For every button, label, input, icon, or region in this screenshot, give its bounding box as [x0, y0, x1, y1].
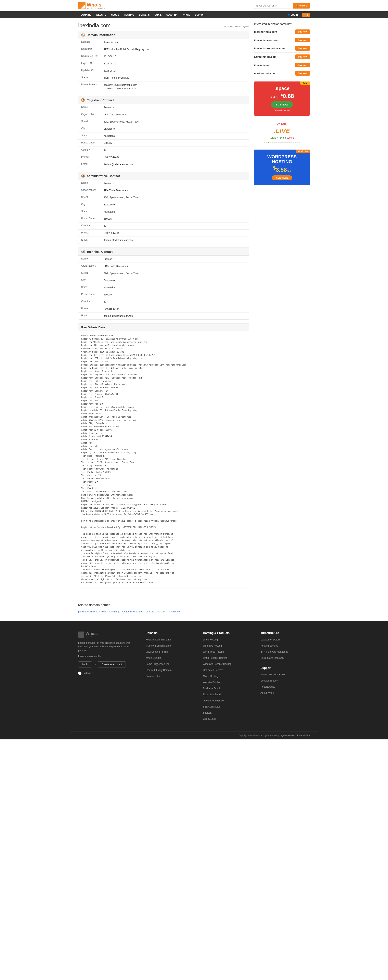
- buy-now-button[interactable]: Buy Now: [295, 29, 310, 34]
- footer-link[interactable]: Business Email: [203, 687, 252, 690]
- footer-link[interactable]: Linux Hosting: [203, 638, 252, 641]
- updated-timestamp: Updated 1 second ago ⟳: [224, 25, 249, 28]
- related-domain-link[interactable]: internic.net: [169, 610, 181, 613]
- similar-domain-row: ibexindianews.comBuy Now: [254, 36, 310, 44]
- promo-buy-button[interactable]: BUY NOW: [271, 102, 293, 108]
- footer-link[interactable]: Dedicated Servers: [203, 668, 252, 672]
- footer-link[interactable]: Linux Reseller Hosting: [203, 656, 252, 660]
- social-icon[interactable]: [78, 671, 81, 675]
- nav-item-hosting[interactable]: HOSTING: [121, 11, 137, 18]
- similar-domain-name: markhorindia.net: [254, 72, 277, 75]
- info-row: Country:IN: [78, 223, 249, 230]
- footer-link[interactable]: 24 x 7 Servers Monitoring: [261, 650, 310, 654]
- footer-link[interactable]: Free with Every Domain: [145, 668, 195, 672]
- footer-follow[interactable]: Follow Us: [78, 671, 137, 675]
- search-icon: 🔍: [296, 5, 298, 7]
- copyright-text: Copyright © Whois.com. All rights reserv…: [239, 734, 277, 737]
- logo-mark-icon: [78, 2, 86, 10]
- promo-live[interactable]: On Sale! .LIVE .LIVE @ $4.88 $29.88: [254, 119, 310, 146]
- footer-link[interactable]: Enterprise Email: [203, 693, 252, 696]
- footer-link[interactable]: View Knowledge Base: [261, 673, 310, 676]
- footer-link[interactable]: CodeGuard: [203, 717, 252, 721]
- footer-link[interactable]: Domain Offers: [145, 675, 195, 678]
- whois-search-button[interactable]: 🔍 WHOIS: [293, 3, 310, 8]
- privacy-link[interactable]: Privacy Policy: [297, 734, 310, 737]
- similar-domain-name: ibexindiaproperties.com: [254, 47, 286, 50]
- buy-now-button[interactable]: Buy Now: [295, 38, 310, 42]
- footer-link[interactable]: Google Workspace: [203, 699, 252, 702]
- promo-view-more-button[interactable]: VIEW MORE: [272, 175, 292, 180]
- footer-link[interactable]: View Domain Pricing: [145, 650, 195, 654]
- promo-space[interactable]: Sale .space $24.88 $0.88 BUY NOW *while …: [254, 81, 310, 116]
- related-domain-link[interactable]: publicdomainregistry.com: [78, 610, 106, 613]
- related-domain-link[interactable]: icann.org: [109, 610, 119, 613]
- info-row: City:Bangalore: [78, 201, 249, 208]
- nav-item-security[interactable]: SECURITY: [164, 11, 180, 18]
- footer-link[interactable]: Sitelock: [203, 711, 252, 714]
- buy-now-button[interactable]: Buy Now: [295, 63, 310, 67]
- carousel-dots[interactable]: [256, 142, 308, 143]
- similar-domain-row: markhorindia.netBuy Now: [254, 69, 310, 77]
- domain-search: 🔍 WHOIS: [254, 3, 310, 9]
- footer-link[interactable]: Windows Reseller Hosting: [203, 662, 252, 666]
- footer-link[interactable]: Datacenter Details: [261, 638, 310, 641]
- info-row: Organization:PDA Trade Directories: [78, 111, 249, 118]
- footer-link[interactable]: Cloud Hosting: [203, 675, 252, 678]
- footer-learn-more[interactable]: Learn more About Us: [78, 654, 137, 658]
- footer-link[interactable]: Register Domain Name: [145, 638, 195, 641]
- domain-information-panel: 🌐Domain Information Domain:ibexindia.com…: [78, 31, 249, 92]
- globe-icon: 🌐: [81, 33, 85, 37]
- footer-link[interactable]: Windows Hosting: [203, 644, 252, 648]
- nav-item-cloud[interactable]: CLOUD: [109, 11, 121, 18]
- related-domain-link[interactable]: interactivedns.com: [122, 610, 143, 613]
- nav-item-domains[interactable]: DOMAINS: [78, 11, 94, 18]
- footer-link[interactable]: SSL Certificates: [203, 705, 252, 708]
- similar-domain-row: markhorindia.comBuy Now: [254, 28, 310, 36]
- info-row: State:Karnataka: [78, 284, 249, 291]
- footer-link[interactable]: Contact Support: [261, 679, 310, 682]
- footer-blurb: Leading provider of web presence solutio…: [78, 641, 137, 652]
- info-row: Phone:+80.25547434: [78, 154, 249, 161]
- info-row: State:Karnataka: [78, 132, 249, 140]
- sale-badge: Sale: [300, 81, 310, 85]
- footer-link[interactable]: Transfer Domain Name: [145, 644, 195, 648]
- info-row: Organization:PDA Trade Directories: [78, 187, 249, 194]
- footer-link[interactable]: Report Abuse: [261, 685, 310, 689]
- nav-item-website[interactable]: WEBSITE: [94, 11, 109, 18]
- info-row: Expires On:2024-08-26: [78, 60, 249, 67]
- nav-item-servers[interactable]: SERVERS: [137, 11, 152, 18]
- info-row: Email:itadmin@pdatradefairs.com: [78, 237, 249, 243]
- site-logo[interactable]: Whois identity for everyone: [78, 2, 105, 10]
- info-row: Organization:PDA Trade Directories: [78, 263, 249, 270]
- footer-login-button[interactable]: Login: [78, 662, 92, 668]
- info-row: Updated On:2023-08-14: [78, 67, 249, 74]
- legal-link[interactable]: Legal Agreement: [280, 734, 295, 737]
- nav-item-support[interactable]: SUPPORT: [192, 11, 208, 18]
- similar-domain-row: ibexindia.netBuy Now: [254, 61, 310, 69]
- info-row: Email:itadmin@pdatradefairs.com: [78, 312, 249, 320]
- nav-login[interactable]: LOGIN: [285, 11, 300, 19]
- footer-link[interactable]: About Whois: [261, 691, 310, 695]
- info-row: Registrar:PDR Ltd. d/b/a PublicDomainReg…: [78, 46, 249, 53]
- info-row: Street:32/2, Spencer road, Frazer Town: [78, 270, 249, 277]
- buy-now-button[interactable]: Buy Now: [295, 54, 310, 59]
- buy-now-button[interactable]: Buy Now: [295, 46, 310, 51]
- footer-link[interactable]: Hosting Security: [261, 644, 310, 648]
- promo-wordpress[interactable]: Introducing WORDPRESSHOSTING $3.58/mo VI…: [254, 150, 310, 185]
- footer-link[interactable]: Website Builder: [203, 681, 252, 684]
- nav-item-email[interactable]: EMAIL: [152, 11, 164, 18]
- info-row: Street:32/2, Spencer road, Frazer Town: [78, 118, 249, 126]
- info-row: Name:Pramod K: [78, 104, 249, 111]
- buy-now-button[interactable]: Buy Now: [295, 71, 310, 76]
- footer-create-account-button[interactable]: Create an Account: [98, 662, 126, 668]
- related-domain-link[interactable]: pdatradefairs.com: [146, 610, 165, 613]
- cart-button[interactable]: 🛒 0: [302, 13, 310, 17]
- footer-link[interactable]: Name Suggestion Tool: [145, 662, 195, 666]
- footer-link[interactable]: Whois Lookup: [145, 656, 195, 660]
- footer-link[interactable]: WordPress Hosting: [203, 650, 252, 654]
- nav-item-whois[interactable]: WHOIS: [180, 11, 192, 18]
- person-icon: 👤: [81, 174, 85, 178]
- refresh-icon[interactable]: ⟳: [247, 25, 249, 28]
- search-input[interactable]: [254, 3, 293, 9]
- footer-link[interactable]: Backup and Recovery: [261, 656, 310, 660]
